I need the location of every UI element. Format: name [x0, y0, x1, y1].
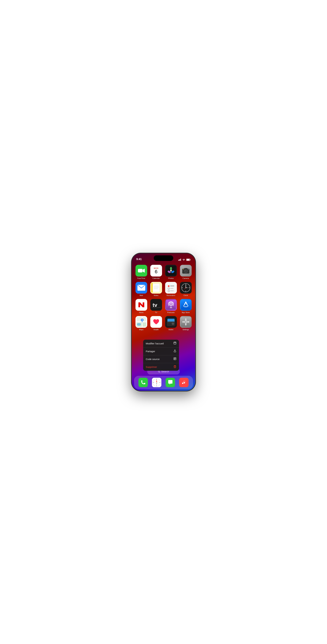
svg-point-88: [185, 321, 187, 323]
svg-line-111: [160, 372, 160, 372]
app-calendar[interactable]: MON 6 Calendar: [150, 265, 163, 279]
svg-rect-7: [138, 269, 143, 272]
svg-rect-97: [174, 342, 176, 344]
news-icon: [136, 299, 147, 311]
svg-rect-6: [187, 259, 190, 260]
svg-point-62: [170, 303, 172, 304]
calendar-icon: MON 6: [150, 265, 162, 276]
svg-rect-60: [166, 300, 176, 310]
settings-label: Settings: [183, 328, 189, 330]
search-icon: [158, 370, 160, 373]
svg-rect-1: [179, 260, 180, 261]
app-notes[interactable]: Notes: [150, 282, 163, 296]
phone-icon: [138, 378, 148, 387]
svg-rect-40: [170, 290, 174, 291]
appstore-icon: [180, 299, 192, 311]
app-clock[interactable]: 12 3 6 9 Clock: [179, 282, 192, 296]
context-share-icon: [173, 350, 176, 353]
svg-rect-38: [170, 288, 173, 289]
mail-icon: [136, 282, 147, 294]
podcasts-icon: [165, 299, 177, 311]
svg-point-13: [170, 267, 172, 270]
calendar-label: Calendar: [152, 277, 160, 279]
status-time: 9:41: [136, 258, 142, 261]
mail-label: Mail: [140, 294, 143, 296]
settings-icon: [180, 316, 192, 328]
svg-text:tv: tv: [153, 302, 157, 308]
wallet-icon: [165, 316, 177, 328]
app-health[interactable]: Health: [150, 316, 163, 330]
svg-point-55: [185, 288, 186, 288]
battery-icon: [186, 258, 191, 261]
news-label: News: [139, 312, 144, 314]
health-label: Health: [154, 328, 159, 330]
dock-messages[interactable]: [166, 378, 175, 387]
svg-rect-99: [174, 342, 175, 342]
app-mail[interactable]: Mail: [135, 282, 148, 296]
context-share[interactable]: Partager: [143, 348, 179, 355]
app-news[interactable]: News: [135, 299, 148, 314]
svg-text:9: 9: [182, 287, 183, 288]
app-photos[interactable]: Photos: [164, 265, 177, 279]
dynamic-island: [154, 255, 173, 261]
svg-text:6: 6: [185, 290, 186, 292]
svg-rect-29: [153, 284, 160, 292]
tv-label: TV: [155, 312, 157, 314]
svg-point-85: [172, 323, 174, 324]
app-settings[interactable]: Settings: [179, 316, 192, 330]
messages-icon: [166, 378, 175, 387]
reminders-icon: [165, 282, 177, 294]
svg-point-25: [183, 269, 184, 270]
reminders-label: Reminders: [167, 294, 175, 296]
app-facetime[interactable]: FaceTime: [135, 265, 148, 279]
maps-label: Maps: [139, 328, 143, 330]
svg-rect-0: [178, 260, 179, 261]
app-reminders[interactable]: Reminders: [164, 282, 177, 296]
context-source[interactable]: Code source: [143, 355, 179, 363]
app-appstore[interactable]: App Store: [179, 299, 192, 314]
app-tv[interactable]: tv TV: [150, 299, 163, 314]
svg-text:W: W: [153, 382, 154, 383]
facetime-icon: [136, 265, 147, 276]
wifi-icon: [182, 258, 185, 261]
svg-rect-3: [181, 258, 181, 261]
svg-rect-36: [170, 286, 174, 286]
photos-label: Photos: [168, 277, 174, 279]
svg-text:N: N: [156, 379, 157, 380]
svg-marker-8: [143, 269, 145, 272]
dock-phone[interactable]: [138, 378, 148, 387]
podcasts-label: Podcasts: [167, 312, 175, 314]
health-icon: [150, 316, 162, 328]
context-edit-icon: [173, 342, 176, 345]
notes-label: Notes: [154, 294, 158, 296]
app-camera[interactable]: Camera: [179, 265, 192, 279]
appstore-label: App Store: [182, 312, 190, 314]
app-maps[interactable]: Maps: [135, 316, 148, 330]
context-delete-label: Supprimer: [146, 366, 157, 368]
clock-icon: 12 3 6 9: [180, 282, 192, 294]
maps-icon: [136, 316, 147, 328]
app-podcasts[interactable]: Podcasts: [164, 299, 177, 314]
context-edit-home[interactable]: Modifier l'accueil: [143, 340, 179, 348]
app-wallet[interactable]: Wallet: [164, 316, 177, 330]
status-icons: [178, 258, 191, 261]
signal-icon: [178, 258, 181, 261]
notes-icon: [150, 282, 162, 294]
svg-rect-5: [190, 259, 191, 260]
clock-label: Clock: [184, 294, 188, 296]
app-grid: FaceTime MON 6 Calendar: [132, 263, 195, 330]
context-share-label: Partager: [146, 350, 155, 353]
context-delete[interactable]: Supprimer: [143, 363, 179, 371]
context-edit-label: Modifier l'accueil: [146, 342, 164, 345]
dock: N S E W: [134, 376, 193, 389]
dock-safari[interactable]: N S E W: [152, 378, 161, 387]
camera-icon: [180, 265, 192, 276]
svg-rect-2: [180, 259, 180, 261]
context-delete-icon: [173, 365, 176, 369]
iphone-device: 9:41: [132, 254, 195, 391]
wallet-label: Wallet: [168, 328, 173, 330]
svg-point-22: [185, 270, 185, 271]
facetime-label: FaceTime: [137, 277, 145, 279]
phone-screen: 9:41: [132, 254, 195, 391]
dock-music[interactable]: [179, 378, 189, 387]
